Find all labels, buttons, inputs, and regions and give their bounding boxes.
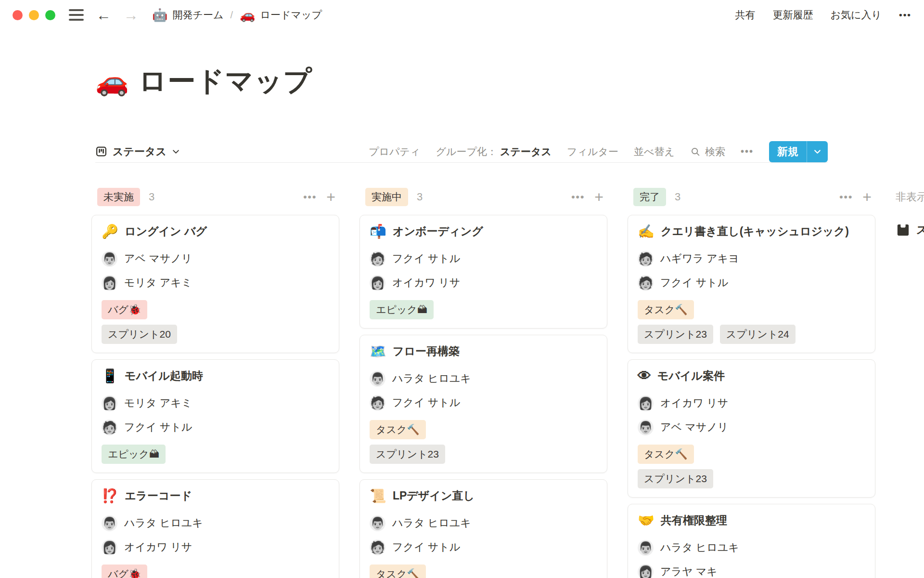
column-more-icon[interactable]: ••• [839, 191, 853, 203]
inbox-icon [896, 223, 911, 237]
card-title-row: 👁 モバイル案件 [638, 368, 865, 383]
avatar: 🧑 [638, 275, 654, 291]
column-more-icon[interactable]: ••• [571, 191, 585, 203]
assignee-name: オイカワ リサ [392, 276, 460, 290]
forward-icon[interactable]: → [124, 8, 139, 23]
avatar: 👩 [102, 395, 117, 411]
group-by-button[interactable]: グループ化：ステータス [436, 145, 552, 158]
card-title-row: 📱 モバイル起動時 [102, 368, 329, 383]
new-dropdown-button[interactable] [807, 141, 828, 162]
card-title-row: 🔑 ロングイン バグ [102, 224, 329, 239]
close-window-button[interactable] [13, 10, 23, 20]
assignee-row: 👨 ハラタ ヒロユキ [102, 511, 329, 535]
tag-badge[interactable]: バグ🐞 [102, 565, 147, 578]
hidden-groups-section: 非表示 ス [896, 187, 924, 237]
search-label: 検索 [705, 145, 725, 158]
chevron-down-icon [172, 147, 180, 156]
topbar-action[interactable]: 共有 [735, 8, 756, 22]
more-options-icon[interactable]: ••• [899, 10, 911, 20]
column-status-badge[interactable]: 未実施 [97, 188, 140, 206]
assignee-name: フクイ サトル [124, 420, 192, 434]
breadcrumb-item[interactable]: 🤖開発チーム [152, 8, 223, 22]
kanban-card[interactable]: 🗺️ フロー再構築 👨 ハラタ ヒロユキ 🧑 フクイ サトル タスク🔨スプリント… [359, 335, 607, 473]
page-body: 🚗 ロードマップ ステータス プロパティ グループ化：ステータス [0, 63, 924, 578]
breadcrumb-item[interactable]: 🚗ロードマップ [240, 8, 322, 22]
kanban-card[interactable]: 📜 LPデザイン直し 👨 ハラタ ヒロユキ 🧑 フクイ サトル タスク🔨 [359, 479, 607, 578]
card-title: モバイル起動時 [125, 368, 203, 383]
topbar-actions-group: 共有更新履歴お気に入り ••• [735, 8, 911, 22]
column-count: 3 [417, 191, 423, 203]
tag-badge[interactable]: スプリント20 [102, 325, 177, 344]
fullscreen-window-button[interactable] [45, 10, 55, 20]
tag-row: スプリント23 [370, 445, 597, 464]
kanban-card[interactable]: 📱 モバイル起動時 👩 モリタ アキミ 🧑 フクイ サトル エピック🏔 [91, 359, 339, 473]
card-title-row: 📜 LPデザイン直し [370, 488, 597, 503]
assignee-row: 👨 ハラタ ヒロユキ [370, 511, 597, 535]
properties-button[interactable]: プロパティ [369, 145, 420, 158]
sidebar-menu-icon[interactable] [69, 9, 84, 21]
tag-badge[interactable]: エピック🏔 [370, 300, 434, 319]
topbar-action[interactable]: お気に入り [831, 8, 882, 22]
sort-button[interactable]: 並べ替え [634, 145, 675, 158]
view-selector[interactable]: ステータス [95, 144, 180, 159]
assignee-row: 👨 アベ マサノリ [638, 415, 865, 439]
card-emoji-icon: 📜 [370, 489, 386, 503]
new-button[interactable]: 新規 [769, 141, 807, 162]
assignee-name: ハラタ ヒロユキ [124, 516, 203, 530]
assignee-row: 🧑 フクイ サトル [370, 247, 597, 271]
kanban-card[interactable]: 🤝 共有権限整理 👨 ハラタ ヒロユキ 👩 アラヤ マキ [628, 504, 875, 578]
tag-badge[interactable]: スプリント23 [370, 445, 445, 464]
column-add-icon[interactable]: + [862, 189, 872, 205]
breadcrumb: 🤖開発チーム/🚗ロードマップ [152, 8, 322, 22]
tag-badge[interactable]: バグ🐞 [102, 300, 147, 319]
avatar: 👨 [370, 371, 385, 387]
topbar-action[interactable]: 更新履歴 [773, 8, 813, 22]
card-tags: バグ🐞スプリント20 [102, 300, 329, 344]
topbar: ← → 🤖開発チーム/🚗ロードマップ 共有更新履歴お気に入り ••• [0, 0, 924, 30]
board-column: 完了 3 ••• + ✍️ クエリ書き直し(キャッシュロジック) 🧑 ハギワラ … [628, 187, 875, 578]
search-button[interactable]: 検索 [690, 145, 725, 158]
column-add-icon[interactable]: + [594, 189, 603, 205]
tag-badge[interactable]: タスク🔨 [370, 420, 426, 439]
card-emoji-icon: 📬 [370, 225, 386, 238]
hidden-group-item[interactable]: ス [896, 223, 924, 237]
tag-row: タスク🔨 [370, 420, 597, 439]
tag-badge[interactable]: スプリント24 [720, 325, 796, 344]
column-status-badge[interactable]: 完了 [633, 188, 666, 206]
card-emoji-icon: 👁 [638, 369, 651, 383]
back-icon[interactable]: ← [96, 8, 111, 23]
kanban-card[interactable]: ✍️ クエリ書き直し(キャッシュロジック) 🧑 ハギワラ アキヨ 🧑 フクイ サ… [628, 215, 875, 353]
hidden-groups-label[interactable]: 非表示 [896, 187, 924, 207]
minimize-window-button[interactable] [29, 10, 39, 20]
tag-badge[interactable]: スプリント23 [638, 325, 713, 344]
card-tags: バグ🐞 [102, 565, 329, 578]
assignee-name: モリタ アキミ [124, 396, 192, 410]
kanban-card[interactable]: ⁉️ エラーコード 👨 ハラタ ヒロユキ 👩 オイカワ リサ バグ🐞 [91, 479, 339, 578]
assignee-row: 🧑 フクイ サトル [102, 415, 329, 439]
kanban-card[interactable]: 🔑 ロングイン バグ 👨 アベ マサノリ 👩 モリタ アキミ バグ🐞スプリント2… [91, 215, 339, 353]
breadcrumb-page-icon: 🤖 [152, 9, 167, 21]
avatar: 👨 [370, 515, 385, 531]
card-assignees: 👨 ハラタ ヒロユキ 👩 オイカワ リサ [102, 511, 329, 559]
column-status-badge[interactable]: 実施中 [365, 188, 408, 206]
page-icon[interactable]: 🚗 [95, 68, 129, 95]
assignee-name: オイカワ リサ [660, 396, 728, 410]
column-add-icon[interactable]: + [326, 189, 335, 205]
kanban-card[interactable]: 📬 オンボーディング 🧑 フクイ サトル 👩 オイカワ リサ エピック🏔 [359, 215, 607, 328]
card-title-row: ✍️ クエリ書き直し(キャッシュロジック) [638, 224, 865, 239]
tag-badge[interactable]: エピック🏔 [102, 445, 166, 464]
avatar: 👩 [370, 275, 385, 291]
tag-badge[interactable]: タスク🔨 [638, 300, 694, 319]
tag-badge[interactable]: タスク🔨 [370, 565, 426, 578]
column-more-icon[interactable]: ••• [303, 191, 317, 203]
filter-button[interactable]: フィルター [567, 145, 618, 158]
tag-badge[interactable]: タスク🔨 [638, 445, 694, 464]
column-header: 未実施 3 ••• + [91, 187, 339, 207]
card-tags: タスク🔨スプリント23 [370, 420, 597, 464]
card-tags: タスク🔨スプリント23 [638, 445, 865, 488]
tag-badge[interactable]: スプリント23 [638, 469, 713, 488]
kanban-card[interactable]: 👁 モバイル案件 👩 オイカワ リサ 👨 アベ マサノリ タスク🔨スプリント23 [628, 359, 875, 498]
assignee-row: 👨 ハラタ ヒロユキ [370, 367, 597, 391]
breadcrumb-label: ロードマップ [260, 8, 321, 22]
view-more-options-icon[interactable]: ••• [741, 146, 754, 157]
